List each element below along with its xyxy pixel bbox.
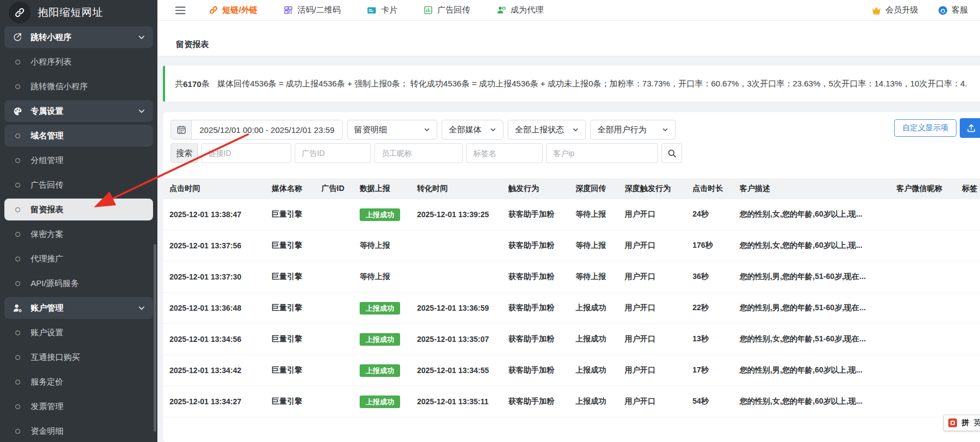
cell-convert-time: 2025-12-01 13:35:07 <box>417 335 508 344</box>
cell-deep-report: 上报成功 <box>576 303 625 313</box>
chevron-down-icon <box>490 126 496 133</box>
cell-deep-report: 等待上报 <box>576 241 625 251</box>
select-media[interactable]: 全部媒体 <box>442 120 503 139</box>
stats-total-suffix: 条 <box>201 79 209 89</box>
cell-click-time: 2025-12-01 13:34:27 <box>169 397 272 406</box>
sidebar-item-label: API/源码服务 <box>31 278 79 289</box>
tab-short-link[interactable]: 短链/外链 <box>209 5 257 15</box>
chevron-down-icon <box>424 126 430 133</box>
app-root: 抱阳缩短网址 跳转小程序小程序列表跳转微信小程序专属设置域名管理分组管理广告回传… <box>0 0 980 442</box>
hamburger-menu-icon[interactable] <box>175 5 186 15</box>
cell-media: 巨量引擎 <box>272 210 321 219</box>
date-range-picker[interactable]: 2025/12/01 00:00 - 2025/12/01 23:59 <box>171 120 343 139</box>
search-input-customer-ip[interactable] <box>546 143 658 163</box>
search-input-ad-id[interactable] <box>295 143 371 163</box>
select-value: 全部上报状态 <box>515 125 564 135</box>
circle-marker-icon <box>12 355 23 360</box>
column-header: 标签 <box>962 184 980 194</box>
sidebar-item-fund-details[interactable]: 资金明细 <box>4 420 153 442</box>
column-header: 客户微信昵称 <box>896 184 962 194</box>
select-report-status[interactable]: 全部上报状态 <box>508 120 586 139</box>
sidebar-item-label: 互通接口购买 <box>31 352 80 363</box>
top-navbar: 短链/外链活码/二维码卡片广告回传成为代理 会员升级客服 <box>157 0 980 21</box>
tab-label: 成为代理 <box>510 5 543 15</box>
sidebar-item-jump-wechat-miniprogram[interactable]: 跳转微信小程序 <box>4 75 153 97</box>
table-header-row: 点击时间媒体名称广告ID数据上报转化时间触发行为深度回传深度触发行为点击时长客户… <box>163 178 980 199</box>
report-success-badge: 上报成功 <box>360 302 400 315</box>
cell-convert-time: 2025-12-01 13:39:25 <box>417 210 508 219</box>
report-success-badge: 上报成功 <box>360 333 400 346</box>
cell-deep-report: 上报成功 <box>576 397 625 406</box>
select-report-type[interactable]: 留资明细 <box>347 120 437 139</box>
sidebar-item-interconnect-purchase[interactable]: 互通接口购买 <box>4 346 153 368</box>
sidebar-item-ad-callback[interactable]: 广告回传 <box>4 174 153 196</box>
table-row: 2025-12-01 13:34:42巨量引擎上报成功2025-12-01 13… <box>163 355 980 386</box>
sidebar-item-label: 保密方案 <box>31 229 63 240</box>
sidebar-item-service-pricing[interactable]: 服务定价 <box>4 371 153 393</box>
lead-report-table: 点击时间媒体名称广告ID数据上报转化时间触发行为深度回传深度触发行为点击时长客户… <box>163 178 980 417</box>
ime-english-toggle[interactable]: 英 <box>973 418 980 428</box>
column-header: 触发行为 <box>508 184 576 194</box>
ime-pinyin-toggle[interactable]: 拼 <box>961 418 969 428</box>
tab-ad-callback[interactable]: 广告回传 <box>424 5 470 15</box>
sidebar-item-account-settings[interactable]: 账户设置 <box>4 322 153 344</box>
sidebar-item-group-management[interactable]: 分组管理 <box>4 149 153 171</box>
sidebar-scrollbar[interactable] <box>154 244 156 432</box>
filter-selects: 留资明细全部媒体全部上报状态全部用户行为 <box>347 120 676 139</box>
select-value: 全部用户行为 <box>597 125 647 135</box>
column-header: 点击时长 <box>693 184 740 194</box>
tab-live-code-qrcode[interactable]: 活码/二维码 <box>284 5 341 15</box>
cell-click-time: 2025-12-01 13:38:47 <box>169 210 272 219</box>
cell-click-time: 2025-12-01 13:34:42 <box>169 366 272 375</box>
sidebar: 抱阳缩短网址 跳转小程序小程序列表跳转微信小程序专属设置域名管理分组管理广告回传… <box>0 0 157 442</box>
sidebar-item-account-management[interactable]: 账户管理 <box>4 297 153 319</box>
sidebar-item-label: 发票管理 <box>31 402 63 412</box>
table-row: 2025-12-01 13:34:27巨量引擎上报成功2025-12-01 13… <box>163 386 980 417</box>
customer-service-button[interactable]: 客服 <box>938 5 968 15</box>
sidebar-item-jump-miniprogram[interactable]: 跳转小程序 <box>4 26 153 48</box>
member-upgrade-button[interactable]: 会员升级 <box>871 5 918 15</box>
cell-trigger: 获客助手加粉 <box>508 303 576 313</box>
customize-columns-button[interactable]: 自定义显示项 <box>894 119 956 137</box>
search-button[interactable] <box>661 143 682 163</box>
ime-logo-icon[interactable] <box>948 418 957 427</box>
tab-label: 活码/二维码 <box>297 5 341 15</box>
cell-trigger: 获客助手加粉 <box>508 241 576 251</box>
sidebar-item-api-source-service[interactable]: API/源码服务 <box>4 272 153 294</box>
calendar-icon <box>171 120 192 139</box>
cell-duration: 54秒 <box>693 397 740 406</box>
ad-callback-icon <box>424 5 433 15</box>
search-input-staff-nickname[interactable] <box>374 143 463 163</box>
cell-report: 上报成功 <box>360 302 417 315</box>
circle-marker-icon <box>12 257 23 261</box>
sidebar-item-privacy-plan[interactable]: 保密方案 <box>4 223 153 245</box>
export-button[interactable]: 导出 <box>960 118 980 138</box>
cell-media: 巨量引擎 <box>272 334 321 344</box>
sidebar-item-invoice-management[interactable]: 发票管理 <box>4 396 153 417</box>
page-title: 留资报表 <box>176 39 209 50</box>
app-logo[interactable] <box>9 2 31 24</box>
column-header: 点击时间 <box>169 184 272 194</box>
circle-marker-icon <box>12 404 23 409</box>
tab-become-agent[interactable]: 成为代理 <box>496 5 543 15</box>
cell-deep-trigger: 用户开口 <box>625 334 693 344</box>
upload-icon <box>966 123 976 133</box>
report-panel: 2025/12/01 00:00 - 2025/12/01 23:59 留资明细… <box>163 112 980 442</box>
sidebar-item-exclusive-settings[interactable]: 专属设置 <box>4 100 153 122</box>
nav-right-label: 会员升级 <box>885 5 918 15</box>
tab-card[interactable]: 卡片 <box>367 5 397 15</box>
sidebar-item-domain-management[interactable]: 域名管理 <box>4 125 153 147</box>
cell-report: 上报成功 <box>360 208 417 221</box>
cell-report: 等待上报 <box>360 272 417 282</box>
ime-indicator: 拼 英 <box>943 415 980 431</box>
search-input-link-id[interactable] <box>201 143 291 163</box>
cell-duration: 24秒 <box>693 210 740 219</box>
cell-media: 巨量引擎 <box>272 272 321 282</box>
sidebar-item-miniprogram-list[interactable]: 小程序列表 <box>4 51 153 73</box>
sidebar-item-lead-report[interactable]: 留资报表 <box>4 199 153 220</box>
search-input-tag-name[interactable] <box>466 143 543 163</box>
cell-deep-trigger: 用户开口 <box>625 210 693 219</box>
select-user-action[interactable]: 全部用户行为 <box>590 120 676 139</box>
cell-deep-trigger: 用户开口 <box>625 303 693 313</box>
sidebar-item-agent-promotion[interactable]: 代理推广 <box>4 248 153 270</box>
